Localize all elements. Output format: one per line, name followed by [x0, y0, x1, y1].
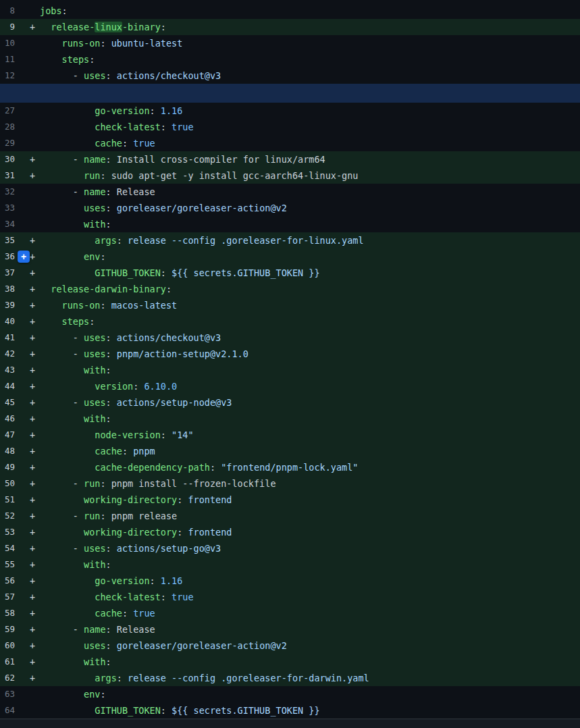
line-number[interactable]: 48	[0, 443, 23, 459]
code-token: uses	[84, 348, 106, 359]
line-number[interactable]: 56	[0, 573, 23, 589]
code-token: version	[40, 381, 133, 392]
line-number[interactable]: 47	[0, 427, 23, 443]
code-token: -	[40, 478, 84, 489]
code-token: goreleaser/goreleaser-action@v2	[111, 640, 287, 651]
code-line: with:	[40, 362, 580, 378]
diff-row: 42+ - uses: pnpm/action-setup@v2.1.0	[0, 346, 580, 362]
line-number[interactable]: 43	[0, 362, 23, 378]
line-number[interactable]: 10	[0, 35, 23, 51]
line-number[interactable]: 58	[0, 605, 23, 621]
add-comment-button[interactable]: +	[18, 251, 30, 263]
code-token: :	[106, 413, 111, 424]
code-token: :	[100, 689, 105, 700]
diff-marker: +	[23, 265, 40, 281]
line-number[interactable]: 39	[0, 297, 23, 313]
code-token: :	[100, 38, 105, 49]
line-number[interactable]: 31	[0, 167, 23, 184]
line-number[interactable]: 42	[0, 346, 23, 362]
code-token: :	[106, 543, 111, 554]
code-token: : Release	[106, 186, 155, 197]
code-token: uses	[84, 70, 106, 81]
line-number[interactable]: 62	[0, 670, 23, 686]
diff-row: 37+ GITHUB_TOKEN: ${{ secrets.GITHUB_TOK…	[0, 265, 580, 281]
line-number[interactable]: 37	[0, 265, 23, 281]
diff-row: 54+ - uses: actions/setup-go@v3	[0, 540, 580, 556]
line-number[interactable]: 41	[0, 330, 23, 346]
code-token: :	[122, 138, 128, 149]
line-number[interactable]: 28	[0, 119, 23, 135]
code-token: : Release	[106, 624, 155, 635]
line-number[interactable]: 54	[0, 540, 23, 556]
line-number[interactable]: 59	[0, 621, 23, 638]
diff-row: 41+ - uses: actions/checkout@v3	[0, 330, 580, 346]
line-number[interactable]: 33	[0, 200, 23, 216]
code-token: :	[106, 70, 111, 81]
diff-marker: +	[23, 297, 40, 313]
line-number[interactable]: 60	[0, 638, 23, 654]
diff-marker: +	[23, 281, 40, 297]
line-number[interactable]: 46	[0, 411, 23, 427]
line-number[interactable]: 49	[0, 459, 23, 475]
line-number[interactable]: 61	[0, 654, 23, 670]
line-number[interactable]: 32	[0, 184, 23, 200]
code-line: node-version: "14"	[40, 427, 580, 443]
line-number[interactable]: 45	[0, 394, 23, 411]
diff-row: 44+ version: 6.10.0	[0, 378, 580, 394]
line-number[interactable]: 30	[0, 151, 23, 167]
code-line: - uses: actions/setup-go@v3	[40, 540, 580, 556]
code-line: check-latest: true	[40, 119, 580, 135]
code-line: with:	[40, 216, 580, 232]
diff-row: 30+ - name: Install cross-compiler for l…	[0, 151, 580, 167]
code-token: -	[40, 543, 84, 554]
code-token: name	[84, 154, 106, 165]
line-number[interactable]: 8	[0, 3, 23, 19]
line-number[interactable]: 63	[0, 686, 23, 702]
line-number[interactable]: 53	[0, 524, 23, 540]
code-line: working-directory: frontend	[40, 492, 580, 508]
diff-marker: +	[23, 427, 40, 443]
line-number[interactable]: 64	[0, 702, 23, 719]
diff-marker: +	[23, 589, 40, 605]
line-number[interactable]: 50	[0, 475, 23, 492]
code-line: cache: true	[40, 605, 580, 621]
code-line: go-version: 1.16	[40, 573, 580, 589]
diff-marker: +	[23, 508, 40, 524]
line-number[interactable]: 27	[0, 103, 23, 119]
code-line: - name: Release	[40, 621, 580, 638]
code-line: - run: pnpm release	[40, 508, 580, 524]
line-number[interactable]: 40	[0, 313, 23, 330]
line-number[interactable]: 51	[0, 492, 23, 508]
code-token: actions/checkout@v3	[111, 332, 221, 343]
line-number[interactable]: 35	[0, 232, 23, 249]
code-line: uses: goreleaser/goreleaser-action@v2	[40, 200, 580, 216]
line-number[interactable]: 29	[0, 135, 23, 151]
line-number[interactable]: 12	[0, 68, 23, 84]
line-number[interactable]: 57	[0, 589, 23, 605]
line-number[interactable]: 44	[0, 378, 23, 394]
code-token: :	[89, 54, 95, 65]
hunk-expander[interactable]	[0, 84, 580, 103]
code-line: - uses: pnpm/action-setup@v2.1.0	[40, 346, 580, 362]
code-token: check-latest	[40, 592, 161, 602]
code-token: -	[40, 511, 84, 521]
diff-marker	[23, 51, 40, 68]
line-number[interactable]: 52	[0, 508, 23, 524]
code-token: env	[40, 251, 100, 262]
line-number[interactable]: 38	[0, 281, 23, 297]
code-token: 1.16	[155, 105, 183, 116]
line-number[interactable]: 11	[0, 51, 23, 68]
code-token: -	[40, 70, 84, 81]
diff-marker: +	[23, 151, 40, 167]
diff-marker	[23, 68, 40, 84]
diff-marker	[23, 686, 40, 702]
diff-marker	[23, 200, 40, 216]
line-number[interactable]: 34	[0, 216, 23, 232]
code-token: with	[40, 559, 106, 570]
diff-row: 32 - name: Release	[0, 184, 580, 200]
diff-marker: +	[23, 573, 40, 589]
line-number[interactable]: 55	[0, 556, 23, 573]
line-number[interactable]: 9	[0, 19, 23, 35]
diff-row: 8jobs:	[0, 3, 580, 19]
diff-table: 8jobs:9+ release-linux-binary:10 runs-on…	[0, 3, 580, 719]
